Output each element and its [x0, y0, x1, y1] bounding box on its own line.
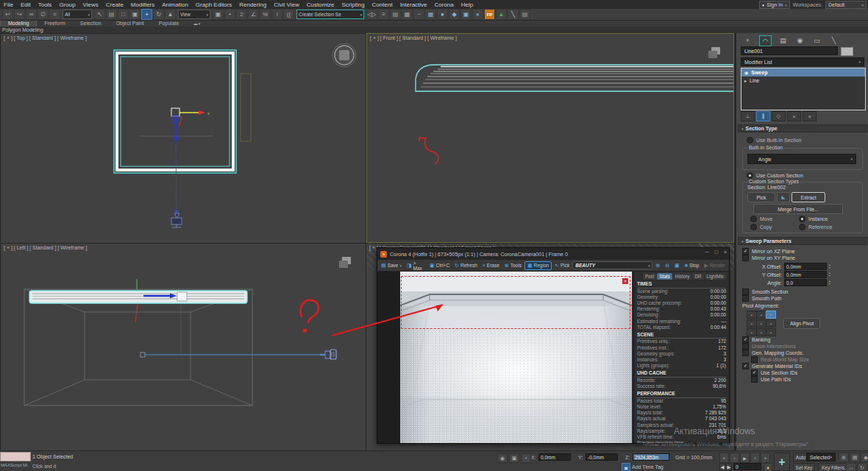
snaps-toggle-icon[interactable]: 2 — [236, 9, 247, 20]
workspace-dropdown[interactable]: Default ▾ — [825, 1, 867, 9]
redo-icon[interactable]: ↪ — [14, 9, 25, 20]
checkbox-row-smooth-section[interactable]: Smooth Section — [736, 288, 868, 295]
undo-icon[interactable]: ↩ — [2, 9, 13, 20]
current-frame-field[interactable]: 0 — [733, 463, 761, 470]
pan-view-icon[interactable]: ↔ — [846, 463, 856, 471]
instance-option[interactable]: Instance — [799, 216, 828, 222]
menu-item-create[interactable]: Create — [102, 1, 127, 8]
select-and-rotate-icon[interactable]: ↻ — [153, 9, 164, 20]
bind-to-spacewarp-icon[interactable]: ≈ — [49, 9, 60, 20]
pin-stack-icon[interactable]: ⊥ — [741, 111, 755, 121]
checkbox[interactable] — [751, 356, 758, 363]
forest-pack-icon[interactable]: ▲ — [496, 9, 507, 20]
zoom-in-button[interactable]: ⊕ — [653, 262, 662, 269]
spinner-field[interactable]: 0,0mm — [784, 271, 827, 278]
fp-badge-icon[interactable]: FP — [484, 9, 495, 20]
tools-wrench-icon[interactable]: ╲ — [508, 9, 519, 20]
menu-item-tools[interactable]: Tools — [35, 1, 56, 8]
coord-x-field[interactable]: 0,0mm — [538, 453, 571, 461]
select-and-move-icon[interactable]: + — [141, 9, 152, 20]
region-button[interactable]: ▦Region — [524, 261, 552, 270]
viewport-front-label[interactable]: [ + ] [ Front ] [ Standard ] [ Wireframe… — [370, 35, 457, 40]
pivot-align-cell-0[interactable]: • — [747, 311, 757, 319]
zoom-region-icon[interactable]: ▤ — [850, 453, 860, 462]
use-built-in-section-option[interactable]: Use Built-In Section — [741, 137, 801, 144]
modifier-stack-item-line[interactable]: ▸Line — [741, 77, 865, 85]
render-production-icon[interactable]: ● — [472, 9, 483, 20]
list-table-icon[interactable]: ▤ — [519, 9, 530, 20]
viewport-front[interactable]: [ + ] [ Front ] [ Standard ] [ Wireframe… — [366, 33, 734, 243]
to-max-button[interactable]: ◨> Max — [405, 260, 427, 272]
material-editor-icon[interactable]: ● — [437, 9, 448, 20]
orbit-view-icon[interactable]: ↻ — [857, 463, 867, 471]
named-selection-dropdown[interactable]: Create Selection Se▾ — [296, 10, 364, 19]
remove-modifier-icon[interactable]: × — [787, 111, 801, 121]
built-in-section-dropdown[interactable]: ∟ Angle ▾ — [747, 154, 856, 164]
reference-radio[interactable] — [799, 224, 805, 230]
rendered-frame-window-icon[interactable]: ▣ — [460, 9, 472, 20]
window-crossing-icon[interactable]: ▣ — [129, 9, 140, 20]
utilities-tab-icon[interactable]: ╲ — [828, 35, 839, 45]
move-radio[interactable] — [750, 216, 757, 222]
menu-item-file[interactable]: File — [0, 1, 17, 8]
modify-tab-icon[interactable]: ◠ — [759, 35, 772, 46]
transform-gizmo-icon[interactable]: + — [521, 453, 531, 463]
next-key-icon[interactable]: ▶ — [726, 463, 732, 471]
select-by-name-icon[interactable]: ▤ — [106, 9, 117, 20]
rollout-section-type[interactable]: ▾ Section Type — [738, 124, 867, 132]
create-tab-icon[interactable]: + — [742, 35, 753, 45]
visibility-eye-icon[interactable]: ◉ — [744, 70, 748, 75]
rectangular-selection-icon[interactable]: □ — [118, 9, 129, 20]
go-to-end-button[interactable]: » — [761, 453, 770, 463]
selection-set-dropdown[interactable]: Selected ▾ — [806, 453, 836, 461]
next-frame-button[interactable]: › — [750, 453, 760, 463]
checkbox-row-mirror-on-xz-plane[interactable]: ✓Mirror on XZ Plane — [736, 248, 868, 255]
menu-item-animation[interactable]: Animation — [158, 1, 192, 8]
selection-lock-icon[interactable]: ▣ — [509, 453, 519, 463]
vfb-tab-lightmix[interactable]: LightMix — [705, 273, 726, 280]
previous-frame-button[interactable]: ‹ — [730, 453, 739, 463]
vfb-tab-history[interactable]: History — [673, 273, 692, 280]
add-key-button[interactable]: + — [774, 453, 790, 471]
object-color-swatch[interactable] — [841, 47, 853, 56]
select-and-place-icon[interactable]: + — [224, 9, 235, 20]
menu-item-edit[interactable]: Edit — [17, 1, 35, 8]
ribbon-tab-populate[interactable]: Populate — [152, 20, 187, 26]
pick-section-button[interactable]: Pick — [747, 192, 775, 202]
section-preview-icon[interactable]: ◣ — [777, 192, 790, 202]
expand-icon[interactable]: ▸ — [744, 78, 747, 83]
checkbox-row-use-path-ids[interactable]: Use Path IDs — [736, 376, 868, 383]
add-time-tag-label[interactable]: Add Time Tag — [632, 464, 664, 470]
refresh-button[interactable]: ↻Refresh — [452, 262, 480, 269]
pivot-align-cell-8[interactable]: • — [766, 328, 776, 336]
align-pivot-button[interactable]: Align Pivot — [783, 318, 820, 329]
spinner-arrows[interactable]: ▴▾ — [829, 272, 830, 277]
make-unique-icon[interactable]: ◇ — [772, 111, 786, 121]
spinner-snap-icon[interactable]: ↕ — [271, 9, 282, 20]
select-and-scale-icon[interactable]: ▲ — [165, 9, 176, 20]
zoom-fit-button[interactable]: ▣ — [672, 262, 682, 269]
hierarchy-tab-icon[interactable]: ▤ — [778, 35, 789, 45]
stop-button[interactable]: ■Stop — [683, 262, 702, 269]
motion-tab-icon[interactable]: ◉ — [794, 35, 805, 45]
zoom-out-button[interactable]: ⊖ — [663, 262, 672, 269]
key-mode-icon[interactable]: ♦ — [764, 463, 772, 471]
percent-snap-icon[interactable]: % — [260, 9, 271, 20]
spinner-field[interactable]: 0,0 — [784, 279, 827, 286]
checkbox-row-gen-mapping-coords-[interactable]: Gen. Mapping Coords. — [736, 350, 868, 356]
layer-manager-icon[interactable]: ▤ — [390, 9, 401, 20]
viewport-left-label[interactable]: [ + ] [ Left ] [ Standard ] [ Wireframe … — [4, 245, 87, 250]
viewport-top-label[interactable]: [ + ] [ Top ] [ Standard ] [ Wireframe ] — [4, 35, 87, 40]
pivot-align-cell-2[interactable]: • — [766, 311, 776, 319]
merge-from-file-button[interactable]: Merge From File... — [753, 204, 843, 214]
pivot-align-cell-1[interactable]: • — [756, 311, 766, 319]
pivot-align-cell-4[interactable]: • — [756, 319, 766, 327]
render-region-frame[interactable]: × — [401, 276, 630, 329]
isolate-selection-icon[interactable]: ◉ — [497, 453, 508, 463]
checkbox[interactable]: ✓ — [742, 336, 749, 343]
select-object-icon[interactable]: ↖ — [94, 9, 105, 20]
angle-snap-icon[interactable]: ∠ — [248, 9, 259, 20]
checkbox[interactable] — [742, 350, 749, 356]
checkbox-row-use-section-ids[interactable]: ✓Use Section IDs — [736, 369, 868, 376]
configure-modifier-icon[interactable]: ≡ — [803, 111, 817, 121]
